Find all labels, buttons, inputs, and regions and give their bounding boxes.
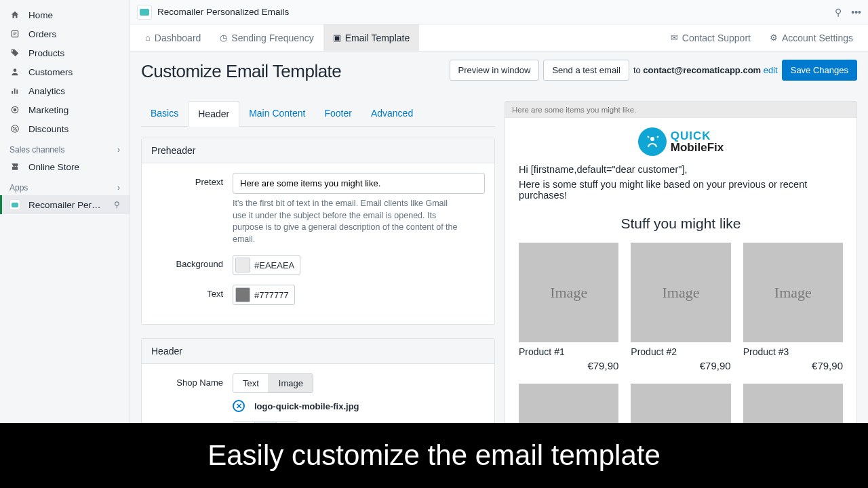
clock-icon: ◷ xyxy=(220,33,227,43)
shop-name-type-toggle: Text Image xyxy=(233,373,313,393)
store-icon xyxy=(9,161,20,172)
mail-icon: ✉ xyxy=(671,33,678,43)
svg-point-1 xyxy=(14,68,17,72)
sales-channels-header[interactable]: Sales channels › xyxy=(0,138,130,157)
product-card: ImageProduct #3€79,90 xyxy=(743,243,843,371)
nav-label: Marketing xyxy=(28,105,68,115)
tag-icon xyxy=(9,47,20,58)
email-intro: Here is some stuff you might like based … xyxy=(519,179,843,201)
nav-label: Analytics xyxy=(28,86,65,96)
product-price: €79,90 xyxy=(519,360,618,371)
target-icon xyxy=(9,104,20,115)
percent-icon xyxy=(9,123,20,134)
nav-analytics[interactable]: Analytics xyxy=(0,81,130,100)
product-name: Product #1 xyxy=(519,346,618,357)
brand-logo: QUICK MobileFix xyxy=(519,127,843,156)
bars-icon xyxy=(9,85,20,96)
email-section-title: Stuff you might like xyxy=(519,216,843,232)
tab-sending-frequency[interactable]: ◷ Sending Frequency xyxy=(210,24,323,51)
product-price: €79,90 xyxy=(743,360,843,371)
pretext-input[interactable] xyxy=(233,173,485,194)
nav-home[interactable]: Home xyxy=(0,5,130,24)
svg-point-9 xyxy=(16,129,16,130)
tab-dashboard[interactable]: ⌂ Dashboard xyxy=(136,24,210,51)
page-title: Customize Email Template xyxy=(141,61,341,82)
background-color-input[interactable]: #EAEAEA xyxy=(233,255,300,275)
subtab-advanced[interactable]: Advanced xyxy=(361,101,422,126)
subtabs: Basics Header Main Content Footer Advanc… xyxy=(141,101,495,127)
apps-header[interactable]: Apps › xyxy=(0,176,130,195)
gear-icon: ⚙ xyxy=(770,33,778,43)
app-logo-icon xyxy=(137,5,152,20)
pin-icon[interactable]: ⚲ xyxy=(114,200,120,209)
tab-contact-support[interactable]: ✉ Contact Support xyxy=(661,24,760,51)
nav-label: Online Store xyxy=(28,162,79,172)
product-image-placeholder: Image xyxy=(743,243,843,342)
app-title: Recomailer Personalized Emails xyxy=(157,7,289,17)
product-card: ImageProduct #2€79,90 xyxy=(631,243,730,371)
pretext-help: It's the first bit of text in the email.… xyxy=(233,198,463,245)
svg-rect-3 xyxy=(14,89,16,94)
home-icon xyxy=(9,9,20,20)
tab-label: Contact Support xyxy=(682,33,751,43)
product-name: Product #2 xyxy=(631,346,730,357)
brand-text-quick: QUICK xyxy=(671,130,724,142)
nav-tabs: ⌂ Dashboard ◷ Sending Frequency ▣ Email … xyxy=(130,24,868,52)
person-icon xyxy=(9,66,20,77)
subtab-footer[interactable]: Footer xyxy=(315,101,361,126)
nav-discounts[interactable]: Discounts xyxy=(0,119,130,138)
nav-app-recomailer[interactable]: Recomailer Personali... ⚲ xyxy=(0,195,130,214)
chevron-right-icon: › xyxy=(117,183,120,192)
marketing-banner: Easily customize the email template xyxy=(0,423,868,488)
nav-online-store[interactable]: Online Store xyxy=(0,157,130,176)
subtab-main-content[interactable]: Main Content xyxy=(239,101,315,126)
svg-rect-4 xyxy=(16,89,18,94)
subtab-basics[interactable]: Basics xyxy=(141,101,188,126)
tab-label: Dashboard xyxy=(155,33,201,43)
section-label: Apps xyxy=(9,183,28,192)
more-icon[interactable]: ••• xyxy=(851,7,861,18)
subtab-header[interactable]: Header xyxy=(188,101,239,127)
svg-point-6 xyxy=(14,108,16,111)
toggle-image[interactable]: Image xyxy=(269,374,313,392)
send-to-text: to contact@recomaticapp.com edit xyxy=(633,65,778,75)
page-actions: Preview in window Send a test email to c… xyxy=(450,60,858,81)
svg-rect-0 xyxy=(12,30,18,37)
nav-marketing[interactable]: Marketing xyxy=(0,100,130,119)
product-image-placeholder: Image xyxy=(631,243,730,342)
product-card: ImageProduct #1€79,90 xyxy=(519,243,618,371)
nav-orders[interactable]: Orders xyxy=(0,24,130,43)
product-name: Product #3 xyxy=(743,346,843,357)
nav-customers[interactable]: Customers xyxy=(0,62,130,81)
text-color-input[interactable]: #777777 xyxy=(233,285,295,305)
preheader-panel: Preheader Pretext It's the first bit of … xyxy=(141,138,495,325)
dashboard-icon: ⌂ xyxy=(145,33,151,43)
color-swatch xyxy=(235,258,250,272)
background-label: Background xyxy=(151,255,233,275)
nav-products[interactable]: Products xyxy=(0,43,130,62)
nav-label: Discounts xyxy=(28,124,68,134)
send-test-button[interactable]: Send a test email xyxy=(543,60,629,81)
pretext-label: Pretext xyxy=(151,173,233,245)
preview-button[interactable]: Preview in window xyxy=(450,60,540,81)
chevron-right-icon: › xyxy=(117,145,120,155)
nav-label: Orders xyxy=(28,29,56,39)
save-button[interactable]: Save Changes xyxy=(782,60,857,81)
tab-account-settings[interactable]: ⚙ Account Settings xyxy=(760,24,863,51)
color-value: #EAEAEA xyxy=(254,260,294,270)
toggle-text[interactable]: Text xyxy=(233,374,269,392)
edit-email-link[interactable]: edit xyxy=(761,65,778,75)
product-price: €79,90 xyxy=(631,360,730,371)
color-value: #777777 xyxy=(254,290,289,300)
pin-icon[interactable]: ⚲ xyxy=(835,7,842,18)
brand-text-mobilefix: MobileFix xyxy=(671,142,724,153)
preview-preheader: Here are some items you might like. xyxy=(505,102,856,118)
nav-label: Customers xyxy=(28,67,73,77)
sidebar: Home Orders Products Customers Analytics… xyxy=(0,0,130,488)
color-swatch xyxy=(235,287,250,302)
tab-email-template[interactable]: ▣ Email Template xyxy=(323,24,419,51)
remove-file-icon[interactable]: ✕ xyxy=(233,400,245,412)
svg-rect-2 xyxy=(12,91,13,94)
orders-icon xyxy=(9,28,20,39)
picture-icon: ▣ xyxy=(333,33,341,43)
